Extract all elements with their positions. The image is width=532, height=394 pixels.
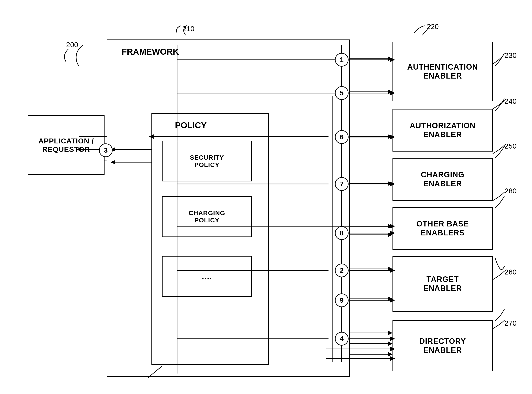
charging-enabler-box: CHARGINGENABLER (393, 158, 493, 201)
svg-marker-9 (388, 224, 393, 228)
svg-marker-1 (388, 57, 393, 61)
ref-210: 210 (182, 25, 194, 33)
svg-marker-21 (388, 352, 393, 356)
charging-policy-box: CHARGINGPOLICY (162, 196, 252, 237)
circle-9: 9 (335, 293, 348, 307)
ref-240: 240 (505, 97, 517, 105)
svg-marker-11 (388, 233, 393, 237)
target-enabler-box: TARGETENABLER (393, 256, 493, 312)
dots-box: .... (162, 256, 252, 297)
other-base-enablers-box: OTHER BASEENABLERS (393, 207, 493, 250)
authentication-enabler-box: AUTHENTICATIONENABLER (393, 42, 493, 101)
svg-marker-3 (388, 90, 393, 94)
directory-enabler-box: DIRECTORYENABLER (393, 320, 493, 371)
circle-7: 7 (335, 177, 348, 191)
ref-280: 280 (505, 187, 517, 195)
svg-marker-19 (388, 342, 393, 346)
circle-5: 5 (335, 86, 348, 100)
ref-230: 230 (505, 51, 517, 60)
ref-200: 200 (66, 41, 78, 49)
circle-4: 4 (335, 332, 348, 346)
circle-2: 2 (335, 264, 348, 277)
ref-270: 270 (505, 319, 517, 327)
circle-8: 8 (335, 226, 348, 240)
security-policy-box: SECURITYPOLICY (162, 141, 252, 181)
circle-6: 6 (335, 130, 348, 144)
svg-marker-7 (388, 181, 393, 186)
svg-marker-5 (388, 135, 393, 139)
circle-3: 3 (99, 143, 113, 157)
ref-220: 220 (427, 22, 439, 31)
policy-label: POLICY (175, 121, 207, 130)
application-requestor-box: APPLICATION /REQUESTOR (28, 115, 105, 175)
svg-marker-15 (388, 297, 393, 301)
framework-label: FRAMEWORK (122, 47, 179, 57)
ref-250: 250 (505, 142, 517, 150)
circle-1: 1 (335, 53, 348, 67)
diagram: 200 210 220 230 240 250 280 260 270 290 … (0, 0, 532, 394)
svg-marker-13 (388, 267, 393, 271)
authorization-enabler-box: AUTHORIZATIONENABLER (393, 109, 493, 151)
ref-260: 260 (505, 268, 517, 276)
svg-marker-17 (388, 331, 393, 335)
